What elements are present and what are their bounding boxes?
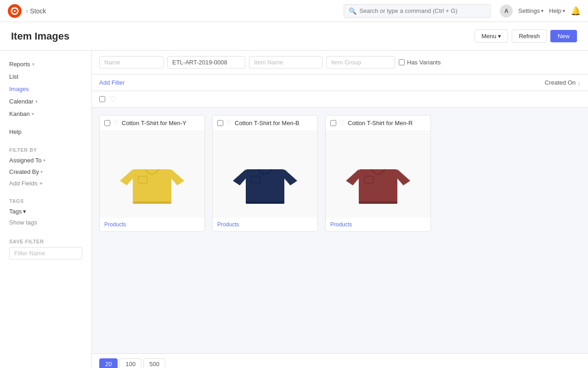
calendar-caret-icon: ▾ [35, 99, 38, 104]
image-card-2-favorite-icon[interactable]: ♡ [226, 119, 232, 126]
svg-rect-7 [133, 201, 171, 204]
help-caret-icon: ▾ [563, 8, 565, 13]
has-variants-label: Has Variants [407, 59, 441, 66]
settings-caret-icon: ▾ [541, 8, 543, 13]
image-card-2[interactable]: ♡ Cotton T-Shirt for Men-B [212, 115, 318, 232]
save-filter-section: SAVE FILTER [0, 233, 91, 259]
add-fields-button[interactable]: Add Fields + [0, 178, 91, 189]
created-on-sort[interactable]: Created On ↓ [545, 79, 581, 86]
filter-bar-row1: Has Variants [92, 51, 588, 75]
image-grid: ♡ Cotton T-Shirt for Men-Y [99, 115, 581, 232]
image-card-2-title: Cotton T-Shirt for Men-B [235, 120, 313, 126]
reports-caret-icon: ▾ [32, 62, 34, 67]
svg-marker-5 [171, 169, 184, 185]
has-variants-checkbox[interactable] [399, 59, 405, 65]
search-icon: 🔍 [349, 7, 356, 15]
add-fields-plus-icon: + [39, 180, 43, 187]
calendar-label: Calendar [9, 98, 34, 105]
image-card-1-checkbox[interactable] [104, 120, 110, 126]
select-all-checkbox[interactable] [99, 96, 105, 102]
kanban-label: Kanban [9, 110, 30, 117]
filter-by-label: FILTER BY [0, 144, 91, 155]
settings-label: Settings [518, 7, 540, 14]
image-card-1[interactable]: ♡ Cotton T-Shirt for Men-Y [99, 115, 205, 232]
image-card-2-category[interactable]: Products [213, 218, 317, 231]
image-card-1-title: Cotton T-Shirt for Men-Y [122, 120, 200, 126]
sidebar-item-help[interactable]: Help [0, 126, 91, 138]
avatar[interactable]: A [500, 5, 513, 17]
image-card-1-favorite-icon[interactable]: ♡ [113, 119, 119, 126]
tags-label: Tags [9, 208, 22, 215]
created-by-caret-icon: ▾ [40, 169, 43, 174]
list-header-row: ♡ [92, 91, 588, 108]
assigned-to-caret-icon: ▾ [43, 158, 45, 163]
filter-bar-row2: Add Filter Created On ↓ [92, 75, 588, 91]
image-card-2-image [213, 130, 317, 218]
page-size-20[interactable]: 20 [99, 358, 118, 368]
app-logo[interactable] [7, 4, 22, 18]
page-header: Item Images Menu ▾ Refresh New [0, 22, 588, 51]
sidebar-item-reports[interactable]: Reports ▾ [0, 58, 91, 70]
sidebar-item-images[interactable]: Images [0, 83, 91, 95]
save-filter-label: SAVE FILTER [9, 239, 82, 244]
menu-caret-icon: ▾ [498, 33, 501, 40]
image-card-1-category[interactable]: Products [100, 218, 204, 231]
svg-marker-15 [397, 169, 410, 185]
image-card-1-image [100, 130, 204, 218]
breadcrumb: › Stock [26, 7, 46, 15]
has-variants-filter: Has Variants [399, 59, 441, 66]
navbar: › Stock 🔍 A Settings ▾ Help ▾ 🔔 [0, 0, 588, 22]
item-group-filter-input[interactable] [326, 56, 395, 69]
image-card-3-favorite-icon[interactable]: ♡ [339, 119, 345, 126]
search-input[interactable] [359, 7, 486, 14]
svg-marker-4 [120, 169, 133, 185]
help-sidebar-label: Help [9, 128, 22, 135]
item-id-filter-input[interactable] [167, 56, 245, 69]
tags-section-label: TAGS [0, 195, 91, 206]
tags-caret-icon: ▾ [23, 208, 26, 215]
created-by-filter[interactable]: Created By ▾ [0, 166, 91, 178]
favorite-all-icon[interactable]: ♡ [110, 95, 116, 104]
images-label: Images [9, 86, 29, 92]
refresh-button[interactable]: Refresh [512, 29, 547, 43]
name-filter-input[interactable] [99, 56, 164, 69]
add-fields-label: Add Fields [9, 180, 37, 187]
sidebar-item-kanban[interactable]: Kanban ▾ [0, 108, 91, 120]
filter-name-input[interactable] [9, 247, 82, 259]
content-area: Has Variants Add Filter Created On ↓ ♡ [92, 51, 588, 368]
add-filter-button[interactable]: Add Filter [99, 78, 125, 87]
tags-filter[interactable]: Tags ▾ [0, 206, 91, 217]
page-size-500[interactable]: 500 [143, 358, 165, 368]
help-label: Help [549, 7, 561, 14]
item-name-filter-input[interactable] [249, 56, 322, 69]
image-card-3-header: ♡ Cotton T-Shirt for Men-R [326, 115, 430, 130]
assigned-to-filter[interactable]: Assigned To ▾ [0, 155, 91, 166]
svg-marker-10 [284, 169, 297, 185]
svg-marker-14 [346, 169, 359, 185]
pagination-bar: 20 100 500 [92, 353, 588, 368]
breadcrumb-stock[interactable]: Stock [30, 7, 46, 15]
image-card-3-category[interactable]: Products [326, 218, 430, 231]
image-card-2-checkbox[interactable] [217, 120, 223, 126]
svg-marker-9 [233, 169, 246, 185]
menu-button[interactable]: Menu ▾ [475, 29, 509, 43]
image-grid-container: ♡ Cotton T-Shirt for Men-Y [92, 108, 588, 353]
image-card-3-image [326, 130, 430, 218]
settings-button[interactable]: Settings ▾ [518, 7, 543, 14]
kanban-caret-icon: ▾ [32, 111, 34, 116]
image-card-1-header: ♡ Cotton T-Shirt for Men-Y [100, 115, 204, 130]
breadcrumb-chevron: › [26, 7, 28, 15]
sidebar-item-list[interactable]: List [0, 70, 91, 83]
page-actions: Menu ▾ Refresh New [475, 29, 577, 43]
image-card-3-checkbox[interactable] [330, 120, 336, 126]
main-layout: Reports ▾ List Images Calendar ▾ Kanban … [0, 51, 588, 368]
help-button[interactable]: Help ▾ [549, 7, 565, 14]
reports-label: Reports [9, 61, 30, 68]
page-size-100[interactable]: 100 [119, 358, 141, 368]
sidebar-item-calendar[interactable]: Calendar ▾ [0, 95, 91, 108]
notifications-bell[interactable]: 🔔 [571, 6, 581, 16]
created-by-label: Created By [9, 168, 39, 175]
image-card-3[interactable]: ♡ Cotton T-Shirt for Men-R [325, 115, 431, 232]
new-button[interactable]: New [550, 30, 577, 42]
show-tags-button[interactable]: Show tags [0, 217, 91, 228]
